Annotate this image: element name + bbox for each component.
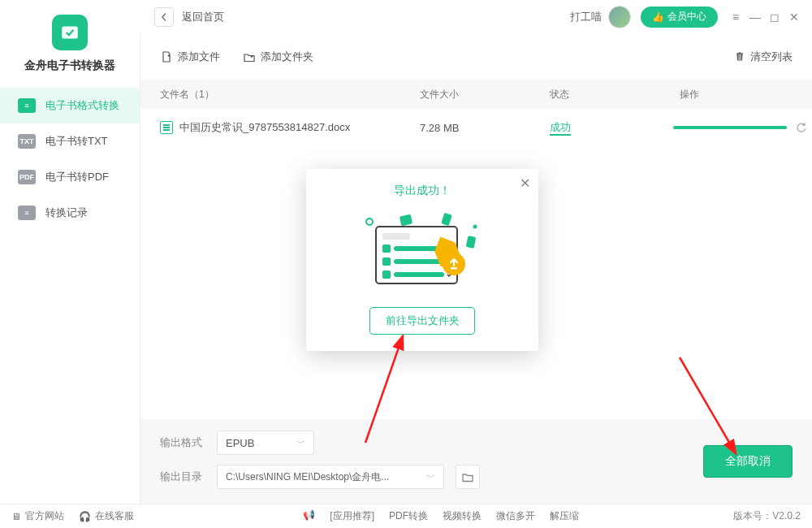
browse-folder-button[interactable] xyxy=(456,465,480,489)
wx-link[interactable]: 微信多开 xyxy=(496,509,535,523)
file-name: 中国历史常识_9787553814827.docx xyxy=(179,120,350,135)
back-button[interactable] xyxy=(154,7,174,27)
maximize-button[interactable]: ◻ xyxy=(765,7,784,27)
add-folder-icon xyxy=(243,50,256,63)
official-site-link[interactable]: 🖥官方网站 xyxy=(11,509,64,523)
status-badge: 成功 xyxy=(550,121,571,136)
add-file-label: 添加文件 xyxy=(178,50,220,64)
statusbar: 🖥官方网站 🎧在线客服 📢 [应用推荐] PDF转换 视频转换 微信多开 解压缩… xyxy=(0,504,812,528)
thumb-icon: 👍 xyxy=(652,11,664,23)
app-logo xyxy=(52,15,88,50)
format-select[interactable]: EPUB ﹀ xyxy=(217,431,314,455)
doc-icon: ≡ xyxy=(18,98,36,113)
chevron-down-icon: ﹀ xyxy=(426,471,435,483)
svg-rect-12 xyxy=(394,272,444,277)
dir-label: 输出目录 xyxy=(160,470,205,484)
svg-rect-16 xyxy=(466,236,477,249)
cancel-all-label: 全部取消 xyxy=(725,454,771,469)
logo-box: 金舟电子书转换器 xyxy=(0,6,140,73)
svg-rect-7 xyxy=(382,245,391,253)
svg-rect-6 xyxy=(382,233,410,240)
video-link[interactable]: 视频转换 xyxy=(443,509,482,523)
add-file-button[interactable]: 添加文件 xyxy=(160,50,220,64)
svg-rect-0 xyxy=(62,26,78,38)
table-header: 文件名（1） 文件大小 状态 操作 xyxy=(140,80,812,109)
app-rec-link[interactable]: [应用推荐] xyxy=(330,509,374,523)
format-label: 输出格式 xyxy=(160,435,205,450)
export-success-modal: ✕ 导出成功！ xyxy=(306,169,538,351)
version-label: 版本号：V2.0.2 xyxy=(733,509,801,523)
svg-rect-9 xyxy=(382,258,391,266)
pdf-link[interactable]: PDF转换 xyxy=(389,509,428,523)
close-button[interactable]: ✕ xyxy=(784,7,804,27)
support-link[interactable]: 🎧在线客服 xyxy=(79,509,134,523)
history-icon: ≡ xyxy=(18,206,36,220)
sidebar-item-label: 电子书格式转换 xyxy=(45,98,119,113)
col-status: 状态 xyxy=(550,88,680,102)
row-ops xyxy=(795,121,812,134)
site-label: 官方网站 xyxy=(25,509,64,523)
clear-list-button[interactable]: 清空列表 xyxy=(734,50,793,64)
sidebar-item-to-pdf[interactable]: PDF 电子书转PDF xyxy=(0,159,140,195)
output-dir[interactable]: C:\Users\NING MEI\Desktop\金舟电... ﹀ xyxy=(217,465,444,489)
svg-point-1 xyxy=(366,219,373,225)
modal-close-button[interactable]: ✕ xyxy=(520,175,530,191)
svg-rect-3 xyxy=(441,213,452,226)
sidebar-item-history[interactable]: ≡ 转换记录 xyxy=(0,195,140,231)
chevron-down-icon: ﹀ xyxy=(296,437,305,449)
toolbar: 添加文件 添加文件夹 清空列表 xyxy=(140,34,812,80)
format-value: EPUB xyxy=(226,437,254,449)
sidebar: 金舟电子书转换器 ≡ 电子书格式转换 TXT 电子书转TXT PDF 电子书转P… xyxy=(0,34,140,504)
announce-icon: 📢 xyxy=(303,509,315,523)
txt-icon: TXT xyxy=(18,134,36,149)
col-size: 文件大小 xyxy=(420,88,550,102)
file-size: 7.28 MB xyxy=(420,122,550,134)
monitor-icon: 🖥 xyxy=(11,511,21,522)
sidebar-item-label: 电子书转TXT xyxy=(45,134,108,149)
progress-bar xyxy=(673,126,787,129)
headset-icon: 🎧 xyxy=(79,511,91,522)
col-ops: 操作 xyxy=(680,88,793,102)
add-file-icon xyxy=(160,50,173,63)
retry-icon[interactable] xyxy=(795,121,808,134)
svg-point-4 xyxy=(473,225,477,229)
col-name: 文件名（1） xyxy=(160,88,420,102)
modal-title: 导出成功！ xyxy=(306,184,538,198)
add-folder-label: 添加文件夹 xyxy=(261,50,313,64)
minimize-button[interactable]: — xyxy=(745,7,765,27)
sidebar-item-label: 转换记录 xyxy=(45,206,88,220)
add-folder-button[interactable]: 添加文件夹 xyxy=(243,50,313,64)
trash-icon xyxy=(734,50,745,64)
zip-link[interactable]: 解压缩 xyxy=(550,509,579,523)
menu-button[interactable]: ≡ xyxy=(726,7,745,27)
file-icon xyxy=(160,121,173,134)
back-label: 返回首页 xyxy=(182,10,224,24)
goto-folder-label: 前往导出文件夹 xyxy=(386,314,460,328)
sidebar-item-label: 电子书转PDF xyxy=(45,170,109,184)
modal-illustration xyxy=(306,206,538,296)
vip-label: 会员中心 xyxy=(667,10,706,24)
dir-value: C:\Users\NING MEI\Desktop\金舟电... xyxy=(226,470,389,484)
sidebar-item-to-txt[interactable]: TXT 电子书转TXT xyxy=(0,123,140,159)
svg-rect-10 xyxy=(394,259,444,264)
svg-rect-11 xyxy=(382,270,391,279)
sidebar-item-format-convert[interactable]: ≡ 电子书格式转换 xyxy=(0,88,140,123)
cancel-all-button[interactable]: 全部取消 xyxy=(703,445,793,478)
svg-rect-15 xyxy=(451,267,457,270)
clear-label: 清空列表 xyxy=(750,50,793,64)
avatar[interactable] xyxy=(608,6,631,28)
goto-folder-button[interactable]: 前往导出文件夹 xyxy=(369,307,475,335)
vip-button[interactable]: 👍会员中心 xyxy=(641,6,718,28)
cs-label: 在线客服 xyxy=(95,509,134,523)
table-row: 中国历史常识_9787553814827.docx 7.28 MB 成功 xyxy=(140,109,812,146)
username: 打工喵 xyxy=(570,10,602,24)
svg-rect-2 xyxy=(400,214,412,227)
app-title: 金舟电子书转换器 xyxy=(24,58,115,73)
pdf-icon: PDF xyxy=(18,170,36,184)
bottom-panel: 输出格式 EPUB ﹀ 输出目录 C:\Users\NING MEI\Deskt… xyxy=(140,419,812,504)
